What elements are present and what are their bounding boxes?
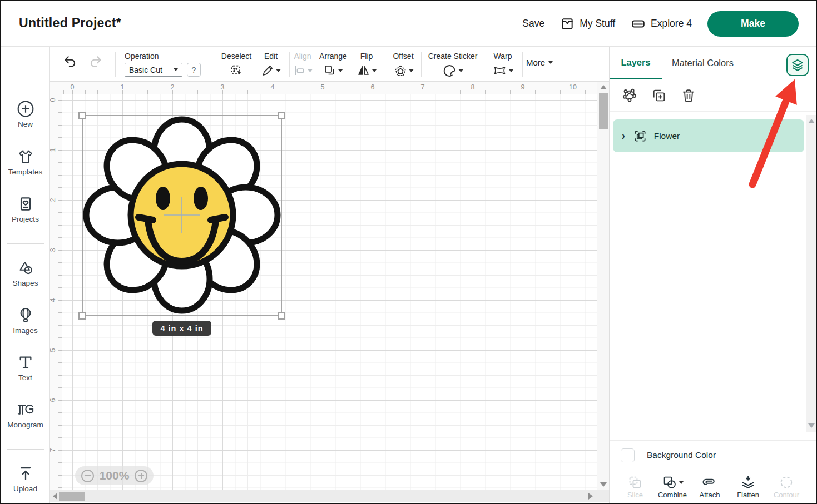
chevron-down-icon <box>372 69 377 72</box>
deselect-label: Deselect <box>221 52 251 61</box>
duplicate-button[interactable] <box>651 88 667 103</box>
save-button[interactable]: Save <box>522 18 544 29</box>
combine-label: Combine <box>658 491 687 499</box>
layers-stack-icon <box>790 58 805 72</box>
flatten-button[interactable]: Flatten <box>737 474 759 499</box>
redo-icon <box>88 54 103 69</box>
operation-help-button[interactable]: ? <box>187 63 201 77</box>
chevron-down-icon <box>339 69 343 72</box>
edit-button[interactable]: Edit <box>261 52 281 78</box>
delete-button[interactable] <box>681 88 696 103</box>
make-button[interactable]: Make <box>707 11 799 37</box>
h-ruler-number: 1 <box>121 83 125 91</box>
text-t-icon <box>17 353 34 371</box>
sidebar-item-images[interactable]: Images <box>1 306 49 335</box>
flatten-icon <box>737 474 759 491</box>
align-icon <box>293 63 313 78</box>
canvas-horizontal-scrollbar[interactable] <box>50 490 609 502</box>
layers-list-scrollbar[interactable] <box>806 115 816 432</box>
background-color-checkbox[interactable] <box>621 448 635 462</box>
sidebar-item-monogram[interactable]: Monogram <box>1 401 49 429</box>
design-canvas[interactable]: 4 in x 4 in 100% <box>62 94 597 490</box>
top-bar-actions: Save My Stuff Explore 4 <box>522 1 799 46</box>
warp-icon <box>492 63 513 78</box>
sidebar-item-projects[interactable]: Projects <box>1 195 49 223</box>
create-sticker-button[interactable]: Create Sticker <box>428 52 478 78</box>
sidebar-label: Shapes <box>1 279 49 287</box>
selection-size-badge: 4 in x 4 in <box>152 321 211 336</box>
sidebar-item-shapes[interactable]: Shapes <box>1 259 49 287</box>
slice-button: Slice <box>627 474 643 499</box>
chevron-down-icon <box>409 69 413 72</box>
arrange-button[interactable]: Arrange <box>319 52 347 78</box>
flip-button[interactable]: Flip <box>356 52 377 78</box>
expand-chevron-icon[interactable]: › <box>622 129 625 143</box>
flower-smiley-artwork[interactable] <box>83 116 281 314</box>
v-ruler-number: 7 <box>49 448 57 452</box>
scroll-down-arrow-icon[interactable] <box>808 423 815 428</box>
chevron-down-icon <box>276 69 281 72</box>
sidebar-label: Text <box>1 373 49 382</box>
v-ruler-number: 3 <box>49 248 57 252</box>
layers-panel: Layers Material Colors <box>609 47 816 503</box>
attach-label: Attach <box>700 491 720 499</box>
undo-button[interactable] <box>62 54 78 71</box>
background-color-label: Background Color <box>647 450 716 460</box>
deselect-button[interactable]: Deselect <box>221 52 251 78</box>
scroll-up-arrow-icon[interactable] <box>808 119 815 123</box>
edit-label: Edit <box>264 52 278 61</box>
monogram-mg-icon <box>16 401 35 418</box>
scroll-left-arrow-icon[interactable] <box>53 493 57 500</box>
slice-icon <box>627 474 643 491</box>
sidebar-item-text[interactable]: Text <box>1 353 49 382</box>
scroll-up-arrow-icon[interactable] <box>600 85 607 89</box>
toolbar-divider <box>115 52 116 77</box>
more-button[interactable]: More <box>526 58 553 67</box>
layer-row-flower[interactable]: › Flower <box>613 119 804 152</box>
cutting-machine-icon <box>631 17 646 31</box>
combine-button[interactable]: Combine <box>658 474 687 499</box>
h-ruler-number: 10 <box>569 83 577 91</box>
chevron-down-icon <box>459 69 463 72</box>
h-ruler-number: 9 <box>521 83 525 91</box>
sidebar-item-new[interactable]: New <box>1 100 49 128</box>
my-stuff-button[interactable]: My Stuff <box>560 17 615 31</box>
v-ruler-number: 1 <box>49 148 57 152</box>
h-ruler-number: 6 <box>371 83 375 91</box>
vertical-scroll-thumb[interactable] <box>599 93 608 129</box>
attach-button[interactable]: Attach <box>700 474 720 499</box>
slice-label: Slice <box>627 491 643 499</box>
tab-material-colors[interactable]: Material Colors <box>672 47 734 79</box>
warp-label: Warp <box>494 52 512 61</box>
h-ruler-number: 7 <box>421 83 425 91</box>
top-bar: Untitled Project* Save My Stuff <box>1 1 816 47</box>
h-ruler-number: 8 <box>471 83 475 91</box>
canvas-vertical-scrollbar[interactable] <box>597 82 609 490</box>
zoom-in-button[interactable] <box>135 470 147 482</box>
scroll-down-arrow-icon[interactable] <box>600 482 607 487</box>
v-ruler: 01234567 <box>50 94 62 490</box>
hot-air-balloon-icon <box>17 306 34 324</box>
tshirt-icon <box>17 148 34 166</box>
redo-button[interactable] <box>88 54 103 71</box>
sticker-peel-icon <box>428 63 478 78</box>
horizontal-scroll-thumb[interactable] <box>59 492 85 501</box>
sidebar-item-templates[interactable]: Templates <box>1 148 49 176</box>
warp-button[interactable]: Warp <box>492 52 513 78</box>
combine-icon <box>658 474 687 491</box>
group-button[interactable] <box>622 88 637 103</box>
chevron-down-icon <box>679 481 684 484</box>
layer-actions-row <box>610 79 816 112</box>
offset-button[interactable]: Offset <box>393 52 413 78</box>
scroll-right-arrow-icon[interactable] <box>588 493 593 500</box>
operation-dropdown[interactable]: Basic Cut <box>125 63 182 77</box>
collapse-layers-panel-button[interactable] <box>786 54 809 76</box>
contour-icon <box>774 474 799 491</box>
explore-machine-button[interactable]: Explore 4 <box>631 17 692 31</box>
sidebar-item-upload[interactable]: Upload <box>1 465 49 493</box>
upload-arrow-icon <box>17 465 34 482</box>
zoom-out-button[interactable] <box>81 470 94 482</box>
h-ruler-number: 3 <box>221 83 225 91</box>
tab-layers[interactable]: Layers <box>610 47 662 79</box>
layers-panel-header: Layers Material Colors <box>610 47 816 79</box>
